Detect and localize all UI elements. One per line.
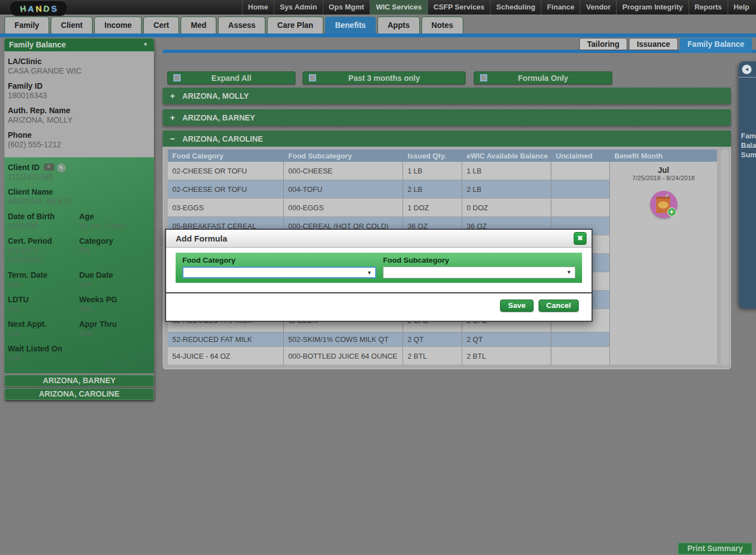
benefits-table-header: Food Category Food Subcategory Issued Qt…: [168, 149, 717, 162]
top-nav-items: Home Sys Admin Ops Mgmt WIC Services CSF…: [242, 0, 755, 15]
nav-item-reports[interactable]: Reports: [689, 0, 728, 15]
expand-all-checkbox[interactable]: [173, 74, 181, 81]
flyout-label: Family Balance Summary: [739, 131, 756, 160]
benefit-month-range: 7/25/2018 - 8/24/2018: [610, 175, 717, 181]
tab-appts[interactable]: Appts: [377, 17, 420, 33]
food-category-field: Food Category ▼: [182, 256, 376, 283]
col-benefit-month: Benefit Month: [610, 152, 717, 160]
nav-item-sys-admin[interactable]: Sys Admin: [274, 0, 323, 15]
col-food-category: Food Category: [168, 152, 284, 160]
benefit-month-name: Jul: [610, 166, 717, 175]
field-age: Age 20 yrs, 5 mos: [79, 212, 151, 231]
field-ldtu: LDTU N/A: [8, 295, 79, 314]
field-weeks-pg: Weeks PG N/A: [79, 295, 151, 314]
tab-care-plan[interactable]: Care Plan: [267, 17, 323, 33]
subtab-issuance[interactable]: Issuance: [629, 38, 678, 50]
family-info-section: LA/Clinic CASA GRANDE WIC Family ID 1800…: [4, 51, 154, 157]
print-summary-button[interactable]: Print Summary: [678, 543, 752, 554]
field-appr-thru: Appr Thru N/A: [79, 320, 151, 339]
accordion-arizona-caroline[interactable]: −ARIZONA, CAROLINE: [163, 131, 731, 147]
col-unclaimed: Unclaimed: [551, 152, 610, 160]
client-id-card-icon[interactable]: ≡: [44, 163, 54, 171]
past-3-months-button[interactable]: Past 3 months only: [303, 71, 466, 84]
nav-item-help[interactable]: Help: [728, 0, 755, 15]
tab-client[interactable]: Client: [51, 17, 93, 33]
modal-title: Add Formula: [176, 234, 574, 243]
nav-item-csfp-services[interactable]: CSFP Services: [428, 0, 491, 15]
family-balance-summary-flyout[interactable]: ◄ Family Balance Summary: [739, 61, 756, 308]
save-button[interactable]: Save: [500, 300, 534, 312]
nav-item-finance[interactable]: Finance: [541, 0, 580, 15]
sidebar-title: Family Balance: [9, 40, 66, 49]
table-row: 54-JUICE - 64 OZ 000-BOTTLED JUICE 64 OU…: [168, 347, 610, 365]
panel-scrollbar[interactable]: [721, 149, 729, 366]
member-button-barney[interactable]: ARIZONA, BARNEY: [4, 375, 154, 387]
field-la-clinic: LA/Clinic CASA GRANDE WIC: [8, 57, 151, 76]
benefits-subtabs: Tailoring Issuance Family Balance: [579, 38, 752, 53]
food-category-select[interactable]: ▼: [182, 267, 376, 278]
table-row: 03-EGGS 000-EGGS 1 DOZ 0 DOZ: [168, 199, 610, 217]
client-id-edit-icon[interactable]: ✎: [57, 163, 66, 172]
field-category: Category PN: [79, 237, 151, 265]
tab-benefits[interactable]: Benefits: [325, 17, 376, 33]
tab-med[interactable]: Med: [181, 17, 216, 33]
cancel-button[interactable]: Cancel: [539, 300, 579, 312]
tab-income[interactable]: Income: [94, 17, 142, 33]
col-food-subcategory: Food Subcategory: [284, 152, 403, 160]
accordion-arizona-molly[interactable]: +ARIZONA, MOLLY: [163, 88, 731, 104]
formula-fields-panel: Food Category ▼ Food Subcategory ▼: [176, 253, 582, 283]
plus-badge-icon: +: [667, 207, 676, 216]
field-due-date: Due Date N/A: [79, 271, 151, 289]
logo-letter: H: [20, 3, 27, 13]
logo-letter: N: [35, 3, 42, 13]
member-button-caroline[interactable]: ARIZONA, CAROLINE: [4, 388, 154, 400]
nav-item-home[interactable]: Home: [242, 0, 274, 15]
formula-only-checkbox[interactable]: [480, 74, 487, 81]
food-subcategory-field: Food Subcategory ▼: [383, 256, 575, 283]
col-ewic-available-balance: eWIC Available Balance: [462, 152, 551, 160]
field-cert-period: Cert. Period 6/1/2018 - 4/30/2019: [8, 237, 79, 265]
close-icon[interactable]: ✖: [574, 232, 587, 245]
tab-family[interactable]: Family: [4, 17, 49, 33]
expand-icon: +: [170, 109, 182, 126]
subtab-tailoring[interactable]: Tailoring: [579, 38, 627, 50]
field-auth-rep-name: Auth. Rep. Name ARIZONA, MOLLY: [8, 106, 151, 125]
tab-cert[interactable]: Cert: [143, 17, 179, 33]
table-row: 02-CHEESE OR TOFU 004-TOFU 2 LB 2 LB: [168, 180, 610, 199]
expand-all-button[interactable]: Expand All: [167, 71, 295, 84]
logo-letter: S: [51, 3, 57, 13]
field-next-appt: Next Appt. N/A: [8, 320, 79, 339]
collapse-left-icon[interactable]: ◄: [742, 65, 752, 74]
field-term-date: Term. Date N/A: [8, 271, 79, 289]
sidebar-header[interactable]: Family Balance ▼: [4, 38, 154, 51]
field-family-id: Family ID 180016343: [8, 81, 151, 100]
chevron-down-icon: ▼: [367, 270, 372, 276]
tab-assess[interactable]: Assess: [218, 17, 265, 33]
nav-item-wic-services[interactable]: WIC Services: [370, 0, 427, 15]
active-tab-underline: [0, 33, 756, 37]
nav-item-program-integrity[interactable]: Program Integrity: [616, 0, 688, 15]
chevron-down-icon: ▼: [566, 269, 571, 275]
subtab-family-balance[interactable]: Family Balance: [680, 38, 752, 53]
field-date-of-birth: Date of Birth 3/3/1998: [8, 212, 79, 231]
tab-notes[interactable]: Notes: [421, 17, 463, 33]
family-balance-sidebar: Family Balance ▼ LA/Clinic CASA GRANDE W…: [4, 38, 154, 400]
accordion-arizona-barney[interactable]: +ARIZONA, BARNEY: [163, 109, 731, 126]
add-formula-icon[interactable]: +: [650, 191, 677, 218]
top-nav-bar: H A N D S Home Sys Admin Ops Mgmt WIC Se…: [0, 0, 756, 15]
modal-body: Food Category ▼ Food Subcategory ▼: [166, 248, 592, 283]
nav-item-vendor[interactable]: Vendor: [580, 0, 616, 15]
formula-only-button[interactable]: Formula Only: [474, 71, 612, 84]
benefit-month-cell: Jul 7/25/2018 - 8/24/2018 +: [610, 162, 717, 365]
add-formula-modal: Add Formula ✖ Food Category ▼ Food Subca…: [165, 229, 593, 322]
field-wait-listed-on: Wait Listed On N/A: [8, 344, 151, 363]
table-row: 02-CHEESE OR TOFU 000-CHEESE 1 LB 1 LB: [168, 162, 610, 180]
nav-item-scheduling[interactable]: Scheduling: [490, 0, 541, 15]
past-3-months-checkbox[interactable]: [309, 74, 316, 81]
chevron-down-icon: ▼: [143, 38, 148, 51]
nav-item-ops-mgmt[interactable]: Ops Mgmt: [323, 0, 370, 15]
expand-icon: +: [170, 88, 182, 104]
food-subcategory-select[interactable]: ▼: [383, 267, 575, 278]
module-tab-row: Family Client Income Cert Med Assess Car…: [4, 17, 463, 33]
col-issued-qty: Issued Qty.: [403, 152, 462, 160]
